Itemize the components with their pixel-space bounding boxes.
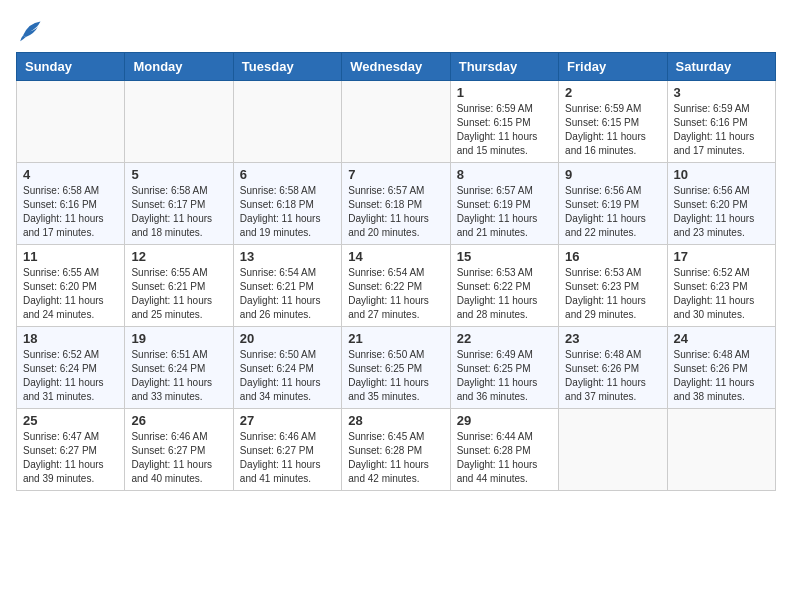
day-number: 16	[565, 249, 660, 264]
day-info: Sunrise: 6:48 AM Sunset: 6:26 PM Dayligh…	[565, 348, 660, 404]
day-info: Sunrise: 6:45 AM Sunset: 6:28 PM Dayligh…	[348, 430, 443, 486]
day-info: Sunrise: 6:47 AM Sunset: 6:27 PM Dayligh…	[23, 430, 118, 486]
calendar-cell: 2Sunrise: 6:59 AM Sunset: 6:15 PM Daylig…	[559, 81, 667, 163]
day-info: Sunrise: 6:53 AM Sunset: 6:23 PM Dayligh…	[565, 266, 660, 322]
day-number: 15	[457, 249, 552, 264]
day-number: 20	[240, 331, 335, 346]
day-info: Sunrise: 6:44 AM Sunset: 6:28 PM Dayligh…	[457, 430, 552, 486]
day-info: Sunrise: 6:46 AM Sunset: 6:27 PM Dayligh…	[131, 430, 226, 486]
day-number: 10	[674, 167, 769, 182]
calendar-cell: 27Sunrise: 6:46 AM Sunset: 6:27 PM Dayli…	[233, 409, 341, 491]
day-number: 25	[23, 413, 118, 428]
page-header	[16, 16, 776, 44]
day-number: 3	[674, 85, 769, 100]
day-info: Sunrise: 6:59 AM Sunset: 6:16 PM Dayligh…	[674, 102, 769, 158]
day-info: Sunrise: 6:50 AM Sunset: 6:25 PM Dayligh…	[348, 348, 443, 404]
calendar-cell: 16Sunrise: 6:53 AM Sunset: 6:23 PM Dayli…	[559, 245, 667, 327]
calendar-week-row: 25Sunrise: 6:47 AM Sunset: 6:27 PM Dayli…	[17, 409, 776, 491]
day-number: 28	[348, 413, 443, 428]
calendar-cell: 29Sunrise: 6:44 AM Sunset: 6:28 PM Dayli…	[450, 409, 558, 491]
day-info: Sunrise: 6:52 AM Sunset: 6:24 PM Dayligh…	[23, 348, 118, 404]
day-number: 8	[457, 167, 552, 182]
day-number: 19	[131, 331, 226, 346]
day-number: 6	[240, 167, 335, 182]
calendar-cell	[342, 81, 450, 163]
day-info: Sunrise: 6:58 AM Sunset: 6:16 PM Dayligh…	[23, 184, 118, 240]
calendar-cell: 26Sunrise: 6:46 AM Sunset: 6:27 PM Dayli…	[125, 409, 233, 491]
day-info: Sunrise: 6:52 AM Sunset: 6:23 PM Dayligh…	[674, 266, 769, 322]
day-info: Sunrise: 6:53 AM Sunset: 6:22 PM Dayligh…	[457, 266, 552, 322]
header-friday: Friday	[559, 53, 667, 81]
calendar-cell	[559, 409, 667, 491]
calendar-cell: 4Sunrise: 6:58 AM Sunset: 6:16 PM Daylig…	[17, 163, 125, 245]
calendar-table: SundayMondayTuesdayWednesdayThursdayFrid…	[16, 52, 776, 491]
day-number: 2	[565, 85, 660, 100]
day-info: Sunrise: 6:56 AM Sunset: 6:20 PM Dayligh…	[674, 184, 769, 240]
calendar-cell: 18Sunrise: 6:52 AM Sunset: 6:24 PM Dayli…	[17, 327, 125, 409]
calendar-cell: 22Sunrise: 6:49 AM Sunset: 6:25 PM Dayli…	[450, 327, 558, 409]
calendar-week-row: 4Sunrise: 6:58 AM Sunset: 6:16 PM Daylig…	[17, 163, 776, 245]
calendar-cell	[233, 81, 341, 163]
day-number: 7	[348, 167, 443, 182]
calendar-cell: 1Sunrise: 6:59 AM Sunset: 6:15 PM Daylig…	[450, 81, 558, 163]
day-number: 9	[565, 167, 660, 182]
calendar-cell	[125, 81, 233, 163]
day-number: 1	[457, 85, 552, 100]
day-number: 11	[23, 249, 118, 264]
logo-bird-icon	[16, 16, 44, 44]
day-info: Sunrise: 6:56 AM Sunset: 6:19 PM Dayligh…	[565, 184, 660, 240]
header-sunday: Sunday	[17, 53, 125, 81]
calendar-cell: 3Sunrise: 6:59 AM Sunset: 6:16 PM Daylig…	[667, 81, 775, 163]
day-info: Sunrise: 6:58 AM Sunset: 6:18 PM Dayligh…	[240, 184, 335, 240]
day-info: Sunrise: 6:51 AM Sunset: 6:24 PM Dayligh…	[131, 348, 226, 404]
header-tuesday: Tuesday	[233, 53, 341, 81]
day-info: Sunrise: 6:57 AM Sunset: 6:18 PM Dayligh…	[348, 184, 443, 240]
calendar-cell: 23Sunrise: 6:48 AM Sunset: 6:26 PM Dayli…	[559, 327, 667, 409]
calendar-cell: 13Sunrise: 6:54 AM Sunset: 6:21 PM Dayli…	[233, 245, 341, 327]
day-number: 29	[457, 413, 552, 428]
day-number: 26	[131, 413, 226, 428]
calendar-cell	[667, 409, 775, 491]
calendar-cell: 5Sunrise: 6:58 AM Sunset: 6:17 PM Daylig…	[125, 163, 233, 245]
logo	[16, 16, 48, 44]
calendar-cell: 15Sunrise: 6:53 AM Sunset: 6:22 PM Dayli…	[450, 245, 558, 327]
calendar-cell: 25Sunrise: 6:47 AM Sunset: 6:27 PM Dayli…	[17, 409, 125, 491]
day-info: Sunrise: 6:48 AM Sunset: 6:26 PM Dayligh…	[674, 348, 769, 404]
day-number: 23	[565, 331, 660, 346]
calendar-cell: 12Sunrise: 6:55 AM Sunset: 6:21 PM Dayli…	[125, 245, 233, 327]
calendar-cell: 11Sunrise: 6:55 AM Sunset: 6:20 PM Dayli…	[17, 245, 125, 327]
day-number: 4	[23, 167, 118, 182]
calendar-cell: 6Sunrise: 6:58 AM Sunset: 6:18 PM Daylig…	[233, 163, 341, 245]
day-number: 21	[348, 331, 443, 346]
calendar-cell: 8Sunrise: 6:57 AM Sunset: 6:19 PM Daylig…	[450, 163, 558, 245]
calendar-cell: 28Sunrise: 6:45 AM Sunset: 6:28 PM Dayli…	[342, 409, 450, 491]
day-number: 18	[23, 331, 118, 346]
calendar-cell: 7Sunrise: 6:57 AM Sunset: 6:18 PM Daylig…	[342, 163, 450, 245]
day-info: Sunrise: 6:54 AM Sunset: 6:21 PM Dayligh…	[240, 266, 335, 322]
day-number: 27	[240, 413, 335, 428]
day-info: Sunrise: 6:59 AM Sunset: 6:15 PM Dayligh…	[457, 102, 552, 158]
calendar-cell: 9Sunrise: 6:56 AM Sunset: 6:19 PM Daylig…	[559, 163, 667, 245]
day-info: Sunrise: 6:55 AM Sunset: 6:21 PM Dayligh…	[131, 266, 226, 322]
day-number: 24	[674, 331, 769, 346]
calendar-cell: 24Sunrise: 6:48 AM Sunset: 6:26 PM Dayli…	[667, 327, 775, 409]
calendar-cell: 19Sunrise: 6:51 AM Sunset: 6:24 PM Dayli…	[125, 327, 233, 409]
day-number: 22	[457, 331, 552, 346]
calendar-week-row: 11Sunrise: 6:55 AM Sunset: 6:20 PM Dayli…	[17, 245, 776, 327]
day-info: Sunrise: 6:58 AM Sunset: 6:17 PM Dayligh…	[131, 184, 226, 240]
day-number: 17	[674, 249, 769, 264]
header-monday: Monday	[125, 53, 233, 81]
day-number: 5	[131, 167, 226, 182]
calendar-week-row: 18Sunrise: 6:52 AM Sunset: 6:24 PM Dayli…	[17, 327, 776, 409]
day-info: Sunrise: 6:46 AM Sunset: 6:27 PM Dayligh…	[240, 430, 335, 486]
calendar-cell	[17, 81, 125, 163]
header-thursday: Thursday	[450, 53, 558, 81]
calendar-cell: 21Sunrise: 6:50 AM Sunset: 6:25 PM Dayli…	[342, 327, 450, 409]
day-info: Sunrise: 6:54 AM Sunset: 6:22 PM Dayligh…	[348, 266, 443, 322]
day-info: Sunrise: 6:57 AM Sunset: 6:19 PM Dayligh…	[457, 184, 552, 240]
calendar-header-row: SundayMondayTuesdayWednesdayThursdayFrid…	[17, 53, 776, 81]
day-info: Sunrise: 6:50 AM Sunset: 6:24 PM Dayligh…	[240, 348, 335, 404]
day-info: Sunrise: 6:49 AM Sunset: 6:25 PM Dayligh…	[457, 348, 552, 404]
calendar-cell: 10Sunrise: 6:56 AM Sunset: 6:20 PM Dayli…	[667, 163, 775, 245]
header-wednesday: Wednesday	[342, 53, 450, 81]
